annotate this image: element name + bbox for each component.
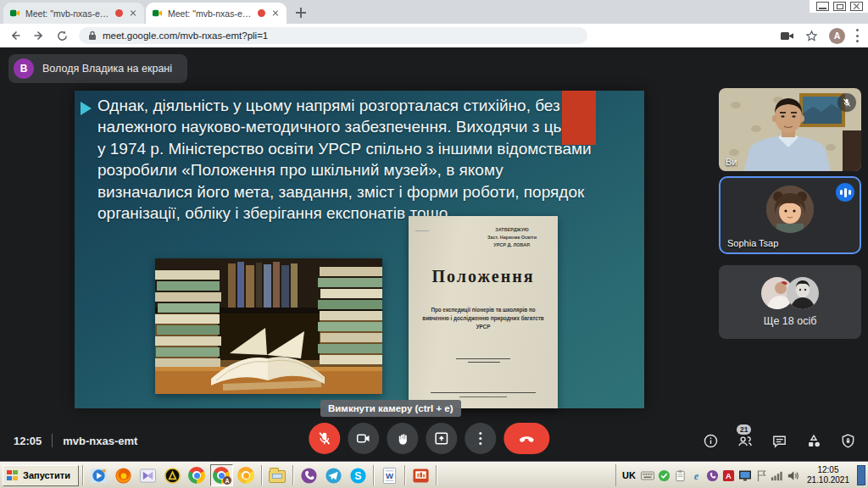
browser-menu-icon[interactable] xyxy=(856,29,860,42)
reload-button[interactable] xyxy=(56,30,69,42)
svg-text:W: W xyxy=(386,470,393,480)
language-indicator[interactable]: UK xyxy=(620,470,637,480)
camera-toggle-button[interactable] xyxy=(348,423,379,454)
viber-tray-icon[interactable] xyxy=(706,469,719,482)
taskbar-separator xyxy=(82,465,84,485)
tab-close-icon[interactable] xyxy=(270,8,281,19)
clipboard-tray-icon[interactable] xyxy=(674,469,687,482)
antivirus-tray-icon[interactable] xyxy=(658,469,670,482)
participants-button[interactable]: 21 xyxy=(737,433,754,449)
overflow-avatar-2 xyxy=(787,277,819,309)
participant-tile-overflow[interactable]: Ще 18 осіб xyxy=(719,265,861,339)
volume-tray-icon[interactable] xyxy=(787,469,799,482)
keyboard-tray-icon[interactable] xyxy=(641,469,654,482)
document-photo: ЗАТВЕРДЖУЮ Заст. Наркома Освіти УРСР Д. … xyxy=(409,216,558,408)
speaking-indicator-icon xyxy=(836,183,854,202)
participants-count-badge: 21 xyxy=(737,424,751,435)
document-title: Положення xyxy=(409,267,558,286)
present-screen-button[interactable] xyxy=(426,423,457,454)
activities-button[interactable] xyxy=(805,433,822,449)
taskbar-kmplayer-icon[interactable] xyxy=(136,464,159,486)
camera-tooltip: Вимкнути камеру (ctrl + e) xyxy=(320,400,461,417)
meet-stage: В Володя Владика на екрані Однак, діяльн… xyxy=(0,47,868,462)
slide-paragraph: Однак, діяльність у цьому напрямі розгор… xyxy=(97,95,593,225)
presenting-banner-text: Володя Владика на екрані xyxy=(42,63,172,75)
taskbar-separator xyxy=(404,465,406,485)
taskbar-chrome-icon[interactable] xyxy=(186,464,209,486)
meeting-info: 12:05 mvb-nxas-emt xyxy=(14,434,137,447)
slide-red-rectangle xyxy=(562,91,596,145)
presenting-banner: В Володя Владика на екрані xyxy=(8,54,187,83)
toolbar-right: A xyxy=(780,28,860,44)
participant-name: Sophia Tsap xyxy=(727,238,778,248)
meeting-details-button[interactable] xyxy=(703,433,719,449)
tray-clock[interactable]: 12:05 21.10.2021 xyxy=(803,465,854,486)
presenter-avatar: В xyxy=(14,58,34,79)
taskbar-chrome-active-icon[interactable]: A xyxy=(210,464,233,486)
tab-title: Meet: "mvb-nxas-emt" xyxy=(168,8,253,19)
svg-text:S: S xyxy=(354,469,361,481)
taskbar-firefox-icon[interactable] xyxy=(112,464,135,486)
network-signal-tray-icon[interactable] xyxy=(771,469,783,482)
new-tab-button[interactable] xyxy=(293,5,309,20)
recording-dot-icon xyxy=(258,9,265,17)
restore-icon[interactable] xyxy=(833,2,846,11)
participant-tile-self[interactable]: Ви xyxy=(719,88,861,171)
presentation-slide: Однак, діяльність у цьому напрямі розгор… xyxy=(75,91,644,408)
tab-meet-1[interactable]: Meet: "mvb-nxas-emt" xyxy=(3,3,144,24)
call-controls xyxy=(309,423,549,454)
taskbar-chrome-canary-icon[interactable] xyxy=(235,464,258,486)
profile-avatar[interactable]: A xyxy=(829,28,845,44)
screen: Meet: "mvb-nxas-emt" Meet: "mvb-nxas-emt… xyxy=(0,0,868,488)
tab-close-icon[interactable] xyxy=(128,8,138,19)
minimize-icon[interactable] xyxy=(816,2,829,11)
address-bar[interactable]: meet.google.com/mvb-nxas-emt?pli=1 xyxy=(79,27,587,44)
participant-name: Ви xyxy=(726,157,737,167)
taskbar-viber-icon[interactable] xyxy=(298,464,320,486)
camera-permission-icon[interactable] xyxy=(780,30,794,42)
aimp-tray-icon[interactable]: A xyxy=(722,469,735,482)
svg-text:e: e xyxy=(694,469,699,481)
raise-hand-button[interactable] xyxy=(387,423,418,454)
browser-tab-strip: Meet: "mvb-nxas-emt" Meet: "mvb-nxas-emt… xyxy=(0,0,868,24)
forward-button[interactable] xyxy=(32,29,46,42)
mic-toggle-button[interactable] xyxy=(309,423,340,454)
overflow-avatars xyxy=(761,277,819,309)
lock-icon xyxy=(88,30,97,41)
taskbar-telegram-icon[interactable] xyxy=(322,464,345,486)
meet-right-controls: 21 xyxy=(703,433,856,449)
taskbar-word-icon[interactable]: W xyxy=(378,464,401,486)
document-body: Про експедиції піонерів та школярів по в… xyxy=(420,306,546,331)
taskbar-skype-icon[interactable]: S xyxy=(347,464,370,486)
start-label: Запустити xyxy=(23,470,70,480)
tray-date: 21.10.2021 xyxy=(807,475,849,486)
flag-tray-icon[interactable] xyxy=(755,469,767,482)
url-text: meet.google.com/mvb-nxas-emt?pli=1 xyxy=(103,30,268,41)
chat-button[interactable] xyxy=(771,433,787,449)
more-options-button[interactable] xyxy=(465,423,496,454)
bookmark-star-icon[interactable] xyxy=(805,30,818,42)
end-call-button[interactable] xyxy=(504,423,549,454)
emule-tray-icon[interactable]: e xyxy=(690,469,703,482)
taskbar-wmp-icon[interactable] xyxy=(87,464,110,486)
system-tray: UK e A 12:05 21.10.2021 xyxy=(615,464,865,486)
document-footer-rule xyxy=(459,396,507,397)
document-footer-rule xyxy=(431,392,536,393)
start-button[interactable]: Запустити xyxy=(3,465,79,486)
taskbar-powerpoint-icon[interactable] xyxy=(409,464,432,486)
taskbar-explorer-icon[interactable] xyxy=(266,464,289,486)
mic-muted-icon xyxy=(837,93,856,112)
browser-toolbar: meet.google.com/mvb-nxas-emt?pli=1 A xyxy=(0,24,868,47)
taskbar-separator xyxy=(292,465,294,485)
host-controls-button[interactable] xyxy=(840,433,856,449)
taskbar: Запустити A S xyxy=(0,462,868,488)
display-tray-icon[interactable] xyxy=(738,469,752,482)
speaker-avatar xyxy=(766,186,814,233)
close-icon[interactable] xyxy=(850,2,863,11)
tab-meet-2[interactable]: Meet: "mvb-nxas-emt" xyxy=(146,3,287,24)
taskbar-aimp-icon[interactable] xyxy=(161,464,184,486)
participant-tile-speaker[interactable]: Sophia Tsap xyxy=(719,176,861,254)
recording-dot-icon xyxy=(115,9,123,17)
back-button[interactable] xyxy=(8,29,22,42)
show-desktop-button[interactable] xyxy=(857,465,865,485)
